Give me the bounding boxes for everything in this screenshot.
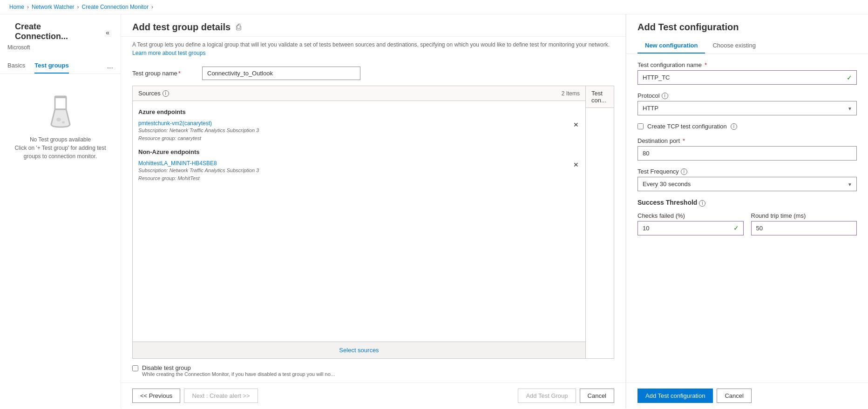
checks-failed-input[interactable] (637, 221, 744, 235)
right-panel-tabs: New configuration Choose existing (637, 38, 857, 54)
sidebar-title: Create Connection... (7, 22, 102, 43)
sources-column-header: Sources i 2 Items (133, 86, 585, 101)
print-icon[interactable]: ⎙ (236, 22, 241, 32)
protocol-info-icon[interactable]: i (662, 93, 668, 99)
create-tcp-checkbox[interactable] (637, 123, 644, 129)
center-panel: Add test group details ⎙ A Test group le… (121, 14, 626, 409)
next-button[interactable]: Next : Create alert >> (184, 389, 258, 403)
destination-port-input[interactable] (637, 146, 857, 161)
disable-group-title: Disable test group (142, 364, 335, 371)
right-panel-title: Add Test configuration (637, 22, 857, 33)
azure-endpoints-label: Azure endpoints (133, 105, 585, 117)
sources-count: 2 Items (562, 90, 580, 97)
add-test-configuration-button[interactable]: Add Test configuration (637, 389, 713, 403)
endpoint-sub-azure-1b: Resource group: canarytest (138, 134, 259, 142)
add-test-group-button[interactable]: Add Test Group (518, 389, 576, 403)
svg-rect-1 (55, 96, 66, 98)
sources-label: Sources (138, 90, 161, 97)
right-panel-body: Test configuration name * ✓ Protocol i H… (626, 54, 868, 382)
center-bottom-bar: << Previous Next : Create alert >> Add T… (121, 382, 625, 409)
disable-group-desc: While creating the Connection Monitor, i… (142, 371, 335, 377)
config-name-label: Test configuration name * (637, 61, 857, 68)
sources-body: Azure endpoints pmtestchunk-vm2(canaryte… (133, 101, 585, 342)
test-config-column: Test con... (586, 86, 614, 358)
success-threshold-title: Success Threshold i (637, 199, 857, 207)
success-threshold-info-icon[interactable]: i (699, 200, 705, 207)
test-group-name-row: Test group name* (121, 63, 625, 86)
right-panel: Add Test configuration New configuration… (626, 14, 868, 409)
non-azure-endpoints-label: Non-Azure endpoints (133, 145, 585, 157)
columns-area: Sources i 2 Items Azure endpoints pmtest… (132, 86, 614, 359)
test-frequency-info-icon[interactable]: i (681, 168, 687, 175)
endpoint-sub-nonazure-1b: Resource group: MohitTest (138, 174, 259, 182)
center-description: A Test group lets you define a logical g… (121, 37, 625, 63)
test-config-label: Test con... (591, 90, 608, 104)
center-header: Add test group details ⎙ (121, 14, 625, 37)
protocol-label: Protocol i (637, 92, 857, 99)
endpoint-sub-nonazure-1a: Subscription: Network Traffic Analytics … (138, 167, 259, 174)
sidebar-subtitle: Microsoft (0, 44, 121, 58)
sidebar-empty-text: No Test groups available Click on '+ Tes… (0, 135, 121, 161)
config-name-input[interactable] (637, 70, 857, 85)
protocol-select[interactable]: HTTP TCP ICMP (637, 101, 857, 115)
right-panel-header: Add Test configuration New configuration… (626, 14, 868, 54)
learn-more-link[interactable]: Learn more about test groups (132, 50, 205, 56)
collapse-button[interactable]: « (102, 27, 113, 38)
breadcrumb: Home › Network Watcher › Create Connecti… (0, 0, 868, 14)
select-sources-button[interactable]: Select sources (339, 347, 379, 354)
center-title: Add test group details (132, 22, 231, 33)
config-name-check-icon: ✓ (847, 74, 852, 81)
test-frequency-field: Test Frequency i Every 30 seconds Every … (637, 168, 857, 191)
svg-rect-0 (55, 96, 66, 109)
beaker-icon (0, 83, 121, 135)
create-tcp-info-icon[interactable]: i (731, 123, 737, 130)
checks-failed-label: Checks failed (%) (637, 212, 744, 219)
previous-button[interactable]: << Previous (132, 389, 180, 403)
sidebar: Create Connection... « Microsoft Basics … (0, 14, 121, 409)
cancel-right-button[interactable]: Cancel (717, 389, 751, 403)
test-group-name-input[interactable] (202, 67, 360, 80)
test-group-name-label: Test group name* (132, 70, 193, 77)
svg-point-3 (62, 121, 65, 124)
test-frequency-label: Test Frequency i (637, 168, 857, 175)
tab-new-configuration[interactable]: New configuration (637, 38, 705, 54)
sources-info-icon[interactable]: i (163, 90, 169, 97)
create-tcp-row: Create TCP test configuration i (637, 123, 857, 130)
nav-more-icon[interactable]: ... (107, 62, 113, 70)
checks-failed-check-icon: ✓ (733, 224, 739, 232)
destination-port-label: Destination port * (637, 137, 857, 144)
test-config-column-header: Test con... (586, 86, 614, 108)
sources-column: Sources i 2 Items Azure endpoints pmtest… (133, 86, 586, 358)
nav-basics[interactable]: Basics (7, 58, 25, 74)
cancel-center-button[interactable]: Cancel (580, 389, 614, 403)
sources-footer: Select sources (133, 342, 585, 358)
breadcrumb-create-connection-monitor[interactable]: Create Connection Monitor (82, 4, 149, 10)
threshold-fields: Checks failed (%) ✓ Round trip time (ms) (637, 212, 857, 243)
checks-failed-field: Checks failed (%) ✓ (637, 212, 744, 235)
breadcrumb-home[interactable]: Home (9, 4, 24, 10)
test-config-body (586, 108, 614, 358)
remove-nonazure-1-button[interactable]: ✕ (572, 160, 580, 169)
nav-test-groups[interactable]: Test groups (34, 58, 68, 74)
endpoint-name-nonazure-1[interactable]: MohittestLA_MININT-HB4SBE8 (138, 160, 259, 167)
endpoint-item-nonazure-1: MohittestLA_MININT-HB4SBE8 Subscription:… (133, 157, 585, 185)
endpoint-sub-azure-1a: Subscription: Network Traffic Analytics … (138, 127, 259, 134)
svg-point-2 (56, 118, 61, 121)
create-tcp-label: Create TCP test configuration (647, 123, 727, 130)
destination-port-field: Destination port * (637, 137, 857, 161)
test-frequency-select[interactable]: Every 30 seconds Every 1 minute Every 5 … (637, 177, 857, 191)
tab-choose-existing[interactable]: Choose existing (705, 38, 763, 54)
protocol-field: Protocol i HTTP TCP ICMP ▼ (637, 92, 857, 115)
endpoint-item-azure-1: pmtestchunk-vm2(canarytest) Subscription… (133, 117, 585, 145)
breadcrumb-network-watcher[interactable]: Network Watcher (32, 4, 75, 10)
round-trip-field: Round trip time (ms) (751, 212, 857, 235)
disable-test-group-checkbox[interactable] (132, 365, 138, 371)
endpoint-name-azure-1[interactable]: pmtestchunk-vm2(canarytest) (138, 120, 259, 127)
disable-test-group-row: Disable test group While creating the Co… (121, 359, 625, 382)
config-name-field: Test configuration name * ✓ (637, 61, 857, 85)
remove-azure-1-button[interactable]: ✕ (572, 120, 580, 129)
right-panel-footer: Add Test configuration Cancel (626, 382, 868, 409)
round-trip-label: Round trip time (ms) (751, 212, 857, 219)
sidebar-nav: Basics Test groups ... (0, 58, 121, 74)
round-trip-input[interactable] (751, 221, 857, 235)
